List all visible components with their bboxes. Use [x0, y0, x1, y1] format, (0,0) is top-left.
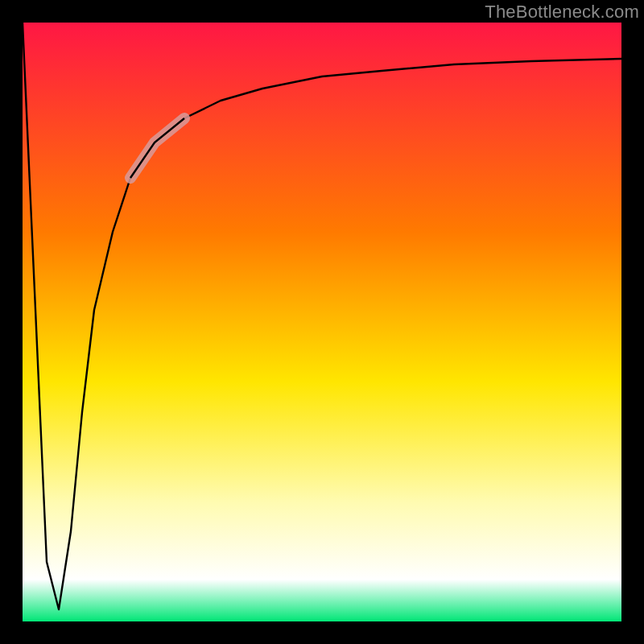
bottleneck-chart — [0, 0, 644, 644]
plot-background — [23, 23, 621, 621]
watermark-label: TheBottleneck.com — [485, 2, 639, 23]
chart-container: TheBottleneck.com — [0, 0, 644, 644]
